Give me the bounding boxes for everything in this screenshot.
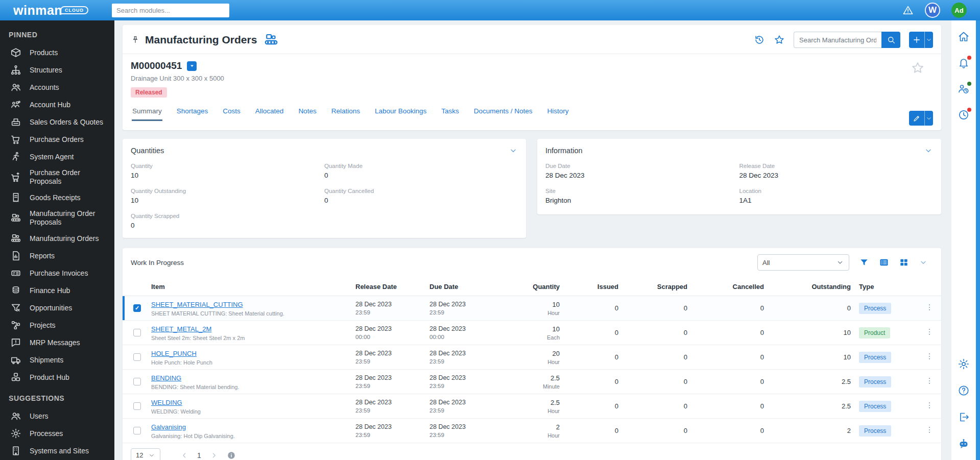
tab[interactable]: Shortages: [176, 104, 209, 121]
sidebar-item[interactable]: Purchase Order Proposals: [0, 165, 114, 189]
row-checkbox[interactable]: [133, 353, 141, 361]
item-link[interactable]: HOLE_PUNCH: [151, 350, 197, 357]
checkbox-cell: [123, 402, 151, 410]
sidebar-item[interactable]: Finance Hub: [0, 282, 114, 299]
sidebar-item[interactable]: Account Hub: [0, 96, 114, 113]
record-star-icon[interactable]: [911, 61, 925, 75]
sidebar-item[interactable]: Accounts: [0, 79, 114, 96]
sidebar-item[interactable]: Systems and Sites: [0, 442, 114, 459]
tab[interactable]: Costs: [222, 104, 241, 121]
next-page-icon[interactable]: [210, 451, 218, 459]
row-menu-icon[interactable]: [925, 401, 934, 410]
item-description: Sheet Steel 2m: Sheet Steel 2m x 2m: [151, 335, 355, 341]
row-checkbox[interactable]: [133, 378, 141, 385]
column-header: Quantity: [506, 283, 560, 290]
rail-icon-button[interactable]: [958, 358, 970, 372]
row-checkbox[interactable]: [133, 329, 141, 336]
rail-icon-button[interactable]: [958, 411, 970, 425]
sidebar-item[interactable]: Opportunities: [0, 299, 114, 317]
main-content: Manufacturing Orders: [114, 20, 951, 460]
sidebar-item[interactable]: Manufacturing Order Proposals: [0, 206, 114, 230]
rail-icon-button[interactable]: [958, 57, 970, 71]
sidebar-item[interactable]: Manufacturing Orders: [0, 230, 114, 247]
sidebar-item[interactable]: Processes: [0, 425, 114, 442]
item-link[interactable]: BENDING: [151, 374, 181, 382]
collapse-chevron-icon[interactable]: [509, 146, 518, 155]
sidebar-item[interactable]: System Agent: [0, 148, 114, 165]
rail-icon-button[interactable]: [958, 438, 970, 452]
info-icon[interactable]: [227, 451, 236, 460]
add-record-button[interactable]: [909, 32, 924, 48]
tab[interactable]: Relations: [331, 104, 361, 121]
row-checkbox[interactable]: [133, 304, 141, 312]
quantity-cell: 20 Hour: [506, 350, 560, 365]
row-checkbox[interactable]: [133, 402, 141, 410]
grid-view-icon[interactable]: [899, 257, 909, 268]
item-link[interactable]: WELDING: [151, 399, 182, 406]
sidebar-item[interactable]: Users: [0, 407, 114, 425]
record-dropdown-chip[interactable]: [187, 61, 197, 71]
previous-page-icon[interactable]: [180, 451, 188, 459]
sidebar-item-icon: [10, 192, 21, 203]
record-search-button[interactable]: [881, 32, 900, 48]
row-menu-icon[interactable]: [925, 303, 934, 312]
field: Due Date 28 Dec 2023: [545, 163, 739, 179]
sidebar-item[interactable]: Reports: [0, 247, 114, 264]
row-menu-icon[interactable]: [925, 376, 934, 385]
filter-icon[interactable]: [859, 257, 869, 268]
tab[interactable]: Documents / Notes: [473, 104, 533, 121]
panel-title: Quantities: [131, 147, 518, 155]
field: Quantity Cancelled 0: [324, 188, 518, 204]
page-size-select[interactable]: 12: [131, 448, 160, 460]
sidebar-item[interactable]: Sales Orders & Quotes: [0, 113, 114, 131]
add-record-dropdown[interactable]: [924, 32, 933, 48]
tab[interactable]: Tasks: [441, 104, 460, 121]
list-view-icon[interactable]: [879, 257, 889, 268]
row-menu-icon[interactable]: [925, 327, 934, 336]
sidebar-item[interactable]: Product Hub: [0, 369, 114, 386]
sidebar-item[interactable]: Structures: [0, 61, 114, 79]
row-menu-icon[interactable]: [925, 425, 934, 434]
tab[interactable]: Summary: [132, 104, 162, 121]
history-icon[interactable]: [754, 34, 765, 45]
edit-dropdown[interactable]: [924, 111, 933, 126]
sidebar-item[interactable]: Shipments: [0, 351, 114, 369]
record-search-input[interactable]: [794, 32, 881, 48]
warning-icon[interactable]: [902, 5, 914, 16]
row-checkbox[interactable]: [133, 427, 141, 434]
sidebar-item[interactable]: Goods Receipts: [0, 189, 114, 206]
search-modules-input[interactable]: [112, 4, 229, 17]
collapse-chevron-icon[interactable]: [919, 258, 928, 267]
sidebar-item[interactable]: Purchase Orders: [0, 131, 114, 148]
tab[interactable]: Labour Bookings: [374, 104, 427, 121]
page-scrollbar[interactable]: [976, 20, 980, 460]
release-date-cell: 28 Dec 2023 23:59: [355, 301, 429, 316]
sidebar-item[interactable]: Projects: [0, 317, 114, 334]
table-row: SHEET_MATERIAL_CUTTING SHEET MATERIAL CU…: [123, 296, 941, 321]
notification-dot: [967, 56, 971, 60]
outstanding-cell: 10: [764, 353, 851, 361]
wip-filter-select[interactable]: All: [757, 254, 849, 271]
sidebar-item[interactable]: MRP Messages: [0, 334, 114, 351]
sidebar-item[interactable]: Products: [0, 44, 114, 61]
favorites-icon[interactable]: [774, 34, 785, 45]
item-link[interactable]: SHEET_MATERIAL_CUTTING: [151, 301, 243, 308]
rail-icon-button[interactable]: [958, 31, 970, 45]
pin-icon[interactable]: [131, 35, 140, 44]
type-badge: Process: [859, 425, 891, 437]
tab[interactable]: Allocated: [255, 104, 284, 121]
tab[interactable]: History: [547, 104, 569, 121]
tab-label: Tasks: [441, 107, 459, 115]
sidebar-item[interactable]: Purchase Invoices: [0, 264, 114, 282]
rail-icon-button[interactable]: [958, 83, 970, 97]
row-menu-icon[interactable]: [925, 352, 934, 361]
rail-icon-button[interactable]: [958, 109, 970, 123]
edit-button[interactable]: [909, 111, 924, 126]
item-link[interactable]: Galvanising: [151, 423, 186, 431]
brand-avatar[interactable]: W: [925, 3, 940, 18]
collapse-chevron-icon[interactable]: [924, 146, 933, 155]
item-link[interactable]: SHEET_METAL_2M: [151, 325, 211, 333]
user-avatar[interactable]: Ad: [951, 3, 967, 18]
tab[interactable]: Notes: [298, 104, 317, 121]
rail-icon-button[interactable]: [958, 384, 970, 399]
